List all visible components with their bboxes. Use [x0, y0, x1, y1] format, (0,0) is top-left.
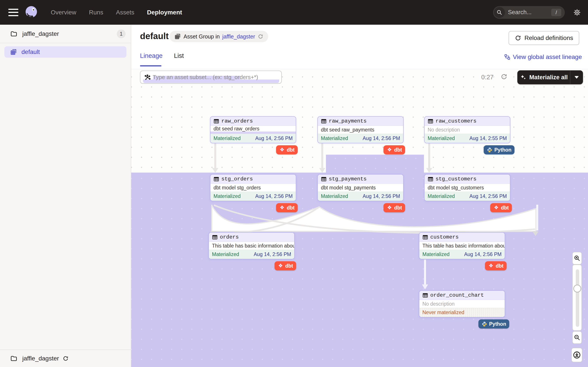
- dagster-logo-icon[interactable]: [24, 5, 38, 20]
- asset-name: stg_orders: [221, 176, 253, 182]
- zoom-slider[interactable]: [572, 265, 582, 331]
- download-graph-button[interactable]: [571, 348, 582, 362]
- search-shortcut-key: /: [551, 9, 561, 16]
- dbt-kind-badge[interactable]: dbt: [276, 145, 298, 154]
- python-kind-badge[interactable]: Python: [478, 319, 509, 329]
- asset-subset-input[interactable]: [153, 71, 280, 83]
- tab-list[interactable]: List: [174, 52, 184, 65]
- kind-badge-label: dbt: [287, 147, 295, 153]
- refresh-icon[interactable]: [501, 73, 508, 81]
- nav-item-assets[interactable]: Assets: [116, 9, 134, 16]
- materialization-timestamp: Aug 14, 2:56 PM: [255, 135, 293, 141]
- dbt-kind-badge[interactable]: dbt: [276, 203, 298, 212]
- refresh-icon[interactable]: [258, 34, 263, 39]
- asset-node-header: raw_payments: [318, 117, 403, 126]
- view-global-lineage-link[interactable]: View global asset lineage: [504, 53, 582, 60]
- footer-repository-label: jaffle_dagster: [22, 355, 59, 362]
- kind-badge-label: dbt: [496, 263, 503, 269]
- tab-bar: Lineage List: [140, 52, 184, 65]
- asset-subset-filter[interactable]: [140, 71, 282, 84]
- python-kind-badge[interactable]: Python: [484, 145, 515, 154]
- folder-icon: [10, 355, 17, 362]
- nav-links: Overview Runs Assets Deployment: [51, 9, 182, 16]
- reload-definitions-button[interactable]: Reload definitions: [509, 31, 579, 45]
- badge-repo-link[interactable]: jaffle_dagster: [222, 33, 255, 40]
- main-pane: default Asset Group in jaffle_dagster Re…: [131, 25, 588, 367]
- dbt-logo-icon: [279, 205, 285, 211]
- dbt-kind-badge[interactable]: dbt: [383, 203, 405, 212]
- sidebar-item-repository[interactable]: jaffle_dagster 1: [0, 25, 131, 43]
- asset-description: dbt seed raw_orders: [210, 126, 296, 132]
- materialize-all-button[interactable]: Materialize all: [517, 70, 583, 84]
- materialization-timestamp: Aug 14, 2:56 PM: [469, 193, 507, 199]
- materialization-timestamp: Aug 14, 2:56 PM: [363, 193, 400, 199]
- status-badge: Never materialized: [422, 309, 464, 316]
- asset-status-row: MaterializedAug 14, 2:56 PM: [318, 134, 403, 143]
- asset-status-row: MaterializedAug 14, 2:56 PM: [210, 192, 296, 201]
- asset-node-raw_customers[interactable]: raw_customersNo descriptionMaterializedA…: [424, 116, 510, 143]
- zoom-out-button[interactable]: [572, 331, 582, 344]
- asset-group-badge: Asset Group in jaffle_dagster: [170, 31, 268, 42]
- asset-node-raw_orders[interactable]: raw_ordersdbt seed raw_ordersMaterialize…: [210, 116, 296, 143]
- nav-item-overview[interactable]: Overview: [51, 9, 76, 16]
- tab-lineage[interactable]: Lineage: [140, 52, 163, 65]
- asset-status-row: MaterializedAug 14, 2:55 PM: [424, 134, 510, 143]
- asset-node-raw_payments[interactable]: raw_paymentsdbt seed raw_paymentsMateria…: [317, 116, 404, 143]
- status-badge: Materialized: [212, 251, 239, 257]
- asset-node-header: order_count_chart: [419, 291, 505, 300]
- asset-group-icon: [10, 49, 17, 56]
- asset-description: No description: [419, 300, 505, 308]
- asset-node-header: stg_customers: [424, 175, 510, 184]
- zoom-slider-track: [576, 269, 579, 327]
- zoom-slider-handle[interactable]: [573, 285, 581, 292]
- search-box[interactable]: /: [493, 6, 565, 19]
- search-input[interactable]: [508, 9, 547, 16]
- download-icon: [573, 351, 581, 359]
- materialization-timestamp: Aug 14, 2:56 PM: [254, 251, 291, 257]
- refresh-icon[interactable]: [62, 355, 69, 362]
- asset-name: stg_payments: [329, 176, 367, 182]
- materialization-timestamp: Aug 14, 2:56 PM: [255, 193, 293, 199]
- sidebar-item-default-group[interactable]: default: [4, 46, 126, 58]
- status-badge: Materialized: [428, 135, 455, 141]
- view-global-lineage-label: View global asset lineage: [513, 53, 582, 60]
- asset-node-order_count_chart[interactable]: order_count_chartNo descriptionNever mat…: [419, 290, 505, 317]
- asset-node-stg_payments[interactable]: stg_paymentsdbt model stg_paymentsMateri…: [317, 174, 404, 201]
- asset-name: raw_orders: [221, 118, 253, 124]
- dbt-logo-icon: [387, 205, 392, 211]
- asset-node-stg_orders[interactable]: stg_ordersdbt model stg_ordersMaterializ…: [210, 174, 296, 201]
- table-icon: [428, 118, 433, 124]
- group-label: default: [21, 49, 40, 56]
- asset-node-stg_customers[interactable]: stg_customersdbt model stg_customersMate…: [424, 174, 510, 201]
- status-badge: Materialized: [428, 193, 455, 199]
- dbt-kind-badge[interactable]: dbt: [485, 261, 507, 270]
- sparkle-icon: [520, 74, 527, 81]
- asset-subset-icon: [144, 74, 151, 81]
- asset-node-orders[interactable]: ordersThis table has basic information a…: [208, 232, 295, 259]
- dbt-logo-icon: [277, 263, 284, 269]
- dbt-logo-icon: [387, 147, 392, 153]
- menu-icon[interactable]: [8, 9, 18, 16]
- sidebar: jaffle_dagster 1 default jaffle_dagster: [0, 25, 131, 367]
- nav-item-runs[interactable]: Runs: [89, 9, 103, 16]
- active-tab-indicator: [140, 65, 161, 67]
- nav-item-deployment[interactable]: Deployment: [147, 9, 182, 16]
- dbt-kind-badge[interactable]: dbt: [490, 203, 512, 212]
- reload-definitions-label: Reload definitions: [524, 34, 573, 42]
- refresh-icon: [515, 35, 521, 41]
- materialize-options-dropdown[interactable]: [570, 76, 583, 79]
- dbt-kind-badge[interactable]: dbt: [383, 145, 405, 154]
- gear-icon[interactable]: [573, 8, 581, 17]
- zoom-in-button[interactable]: [572, 252, 582, 265]
- chevron-down-icon: [574, 76, 579, 79]
- asset-node-header: raw_customers: [424, 117, 510, 126]
- asset-status-row: MaterializedAug 14, 2:56 PM: [318, 192, 403, 201]
- dbt-kind-badge[interactable]: dbt: [275, 261, 296, 270]
- kind-badge-label: dbt: [285, 263, 293, 269]
- asset-name: stg_customers: [435, 176, 476, 182]
- status-badge: Materialized: [321, 135, 348, 141]
- kind-badge-label: dbt: [394, 205, 402, 211]
- lineage-graph-canvas[interactable]: 0:27 Materialize all raw_ordersdbt seed …: [131, 69, 588, 367]
- asset-name: orders: [220, 234, 239, 240]
- asset-node-customers[interactable]: customersThis table has basic informatio…: [419, 232, 505, 259]
